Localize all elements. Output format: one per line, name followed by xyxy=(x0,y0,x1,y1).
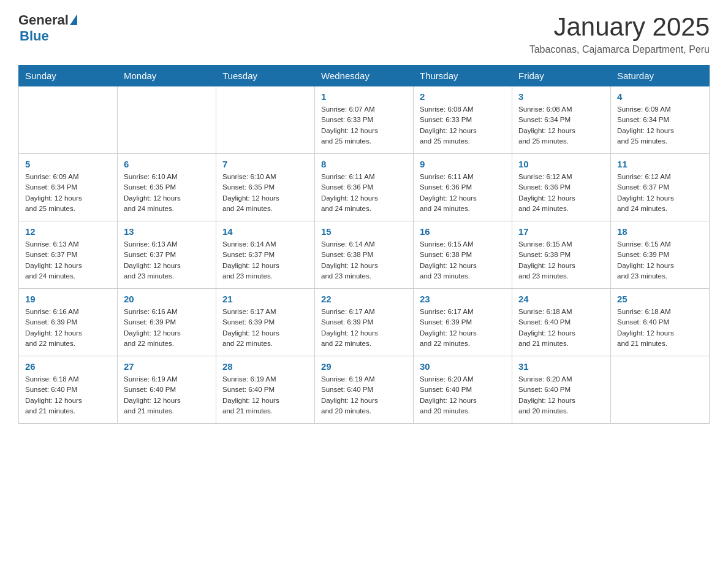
day-info: Sunrise: 6:19 AMSunset: 6:40 PMDaylight:… xyxy=(222,374,308,416)
day-info: Sunrise: 6:07 AMSunset: 6:33 PMDaylight:… xyxy=(321,104,407,147)
calendar-cell: 14Sunrise: 6:14 AMSunset: 6:37 PMDayligh… xyxy=(216,221,315,289)
calendar-cell: 25Sunrise: 6:18 AMSunset: 6:40 PMDayligh… xyxy=(611,289,710,356)
calendar-cell: 9Sunrise: 6:11 AMSunset: 6:36 PMDaylight… xyxy=(414,154,512,221)
day-info: Sunrise: 6:18 AMSunset: 6:40 PMDaylight:… xyxy=(617,307,703,349)
logo-general-text: General xyxy=(18,12,69,28)
day-number: 20 xyxy=(124,294,210,304)
day-info: Sunrise: 6:11 AMSunset: 6:36 PMDaylight:… xyxy=(420,172,506,214)
calendar-cell: 29Sunrise: 6:19 AMSunset: 6:40 PMDayligh… xyxy=(315,356,414,424)
calendar-subtitle: Tabaconas, Cajamarca Department, Peru xyxy=(529,44,710,55)
day-number: 1 xyxy=(321,91,407,102)
day-info: Sunrise: 6:10 AMSunset: 6:35 PMDaylight:… xyxy=(124,172,210,214)
calendar-cell: 21Sunrise: 6:17 AMSunset: 6:39 PMDayligh… xyxy=(216,289,315,356)
calendar-cell: 27Sunrise: 6:19 AMSunset: 6:40 PMDayligh… xyxy=(118,356,216,424)
day-of-week-header: Sunday xyxy=(19,66,118,86)
day-info: Sunrise: 6:18 AMSunset: 6:40 PMDaylight:… xyxy=(25,374,111,416)
day-info: Sunrise: 6:09 AMSunset: 6:34 PMDaylight:… xyxy=(617,104,703,147)
day-number: 10 xyxy=(518,159,604,169)
title-block: January 2025 Tabaconas, Cajamarca Depart… xyxy=(529,12,710,55)
logo-blue-text: Blue xyxy=(20,28,49,44)
calendar-week-row: 5Sunrise: 6:09 AMSunset: 6:34 PMDaylight… xyxy=(19,154,710,221)
calendar-cell: 8Sunrise: 6:11 AMSunset: 6:36 PMDaylight… xyxy=(315,154,414,221)
calendar-cell xyxy=(118,86,216,154)
day-info: Sunrise: 6:14 AMSunset: 6:38 PMDaylight:… xyxy=(321,239,407,282)
day-number: 25 xyxy=(617,294,703,304)
day-number: 14 xyxy=(222,226,308,237)
day-info: Sunrise: 6:17 AMSunset: 6:39 PMDaylight:… xyxy=(420,307,506,349)
day-info: Sunrise: 6:16 AMSunset: 6:39 PMDaylight:… xyxy=(25,307,111,349)
calendar-cell xyxy=(216,86,315,154)
logo-triangle-icon xyxy=(70,14,77,25)
day-number: 24 xyxy=(518,294,604,304)
calendar-week-row: 26Sunrise: 6:18 AMSunset: 6:40 PMDayligh… xyxy=(19,356,710,424)
day-number: 29 xyxy=(321,361,407,372)
day-info: Sunrise: 6:15 AMSunset: 6:38 PMDaylight:… xyxy=(420,239,506,282)
day-number: 7 xyxy=(222,159,308,169)
logo: General Blue xyxy=(18,12,77,44)
day-info: Sunrise: 6:12 AMSunset: 6:37 PMDaylight:… xyxy=(617,172,703,214)
calendar-cell xyxy=(611,356,710,424)
day-number: 16 xyxy=(420,226,506,237)
day-of-week-header: Monday xyxy=(118,66,216,86)
day-info: Sunrise: 6:17 AMSunset: 6:39 PMDaylight:… xyxy=(321,307,407,349)
calendar-cell: 17Sunrise: 6:15 AMSunset: 6:38 PMDayligh… xyxy=(512,221,611,289)
calendar-cell: 10Sunrise: 6:12 AMSunset: 6:36 PMDayligh… xyxy=(512,154,611,221)
day-info: Sunrise: 6:08 AMSunset: 6:34 PMDaylight:… xyxy=(518,104,604,147)
calendar-week-row: 19Sunrise: 6:16 AMSunset: 6:39 PMDayligh… xyxy=(19,289,710,356)
calendar-cell: 4Sunrise: 6:09 AMSunset: 6:34 PMDaylight… xyxy=(611,86,710,154)
day-number: 2 xyxy=(420,91,506,102)
day-number: 21 xyxy=(222,294,308,304)
day-info: Sunrise: 6:08 AMSunset: 6:33 PMDaylight:… xyxy=(420,104,506,147)
calendar-cell: 7Sunrise: 6:10 AMSunset: 6:35 PMDaylight… xyxy=(216,154,315,221)
day-info: Sunrise: 6:20 AMSunset: 6:40 PMDaylight:… xyxy=(518,374,604,416)
calendar-cell: 30Sunrise: 6:20 AMSunset: 6:40 PMDayligh… xyxy=(414,356,512,424)
calendar-table: SundayMondayTuesdayWednesdayThursdayFrid… xyxy=(18,65,710,424)
day-of-week-header: Friday xyxy=(512,66,611,86)
day-number: 18 xyxy=(617,226,703,237)
calendar-cell: 26Sunrise: 6:18 AMSunset: 6:40 PMDayligh… xyxy=(19,356,118,424)
day-info: Sunrise: 6:19 AMSunset: 6:40 PMDaylight:… xyxy=(124,374,210,416)
day-info: Sunrise: 6:15 AMSunset: 6:38 PMDaylight:… xyxy=(518,239,604,282)
day-number: 5 xyxy=(25,159,111,169)
calendar-cell: 2Sunrise: 6:08 AMSunset: 6:33 PMDaylight… xyxy=(414,86,512,154)
day-number: 17 xyxy=(518,226,604,237)
calendar-cell: 13Sunrise: 6:13 AMSunset: 6:37 PMDayligh… xyxy=(118,221,216,289)
day-number: 27 xyxy=(124,361,210,372)
day-number: 12 xyxy=(25,226,111,237)
calendar-cell: 3Sunrise: 6:08 AMSunset: 6:34 PMDaylight… xyxy=(512,86,611,154)
day-number: 3 xyxy=(518,91,604,102)
day-of-week-header: Wednesday xyxy=(315,66,414,86)
day-of-week-header: Saturday xyxy=(611,66,710,86)
calendar-header: SundayMondayTuesdayWednesdayThursdayFrid… xyxy=(19,66,710,86)
day-number: 6 xyxy=(124,159,210,169)
calendar-week-row: 1Sunrise: 6:07 AMSunset: 6:33 PMDaylight… xyxy=(19,86,710,154)
day-number: 15 xyxy=(321,226,407,237)
day-number: 31 xyxy=(518,361,604,372)
calendar-cell: 5Sunrise: 6:09 AMSunset: 6:34 PMDaylight… xyxy=(19,154,118,221)
day-number: 26 xyxy=(25,361,111,372)
day-number: 22 xyxy=(321,294,407,304)
calendar-cell: 20Sunrise: 6:16 AMSunset: 6:39 PMDayligh… xyxy=(118,289,216,356)
day-number: 4 xyxy=(617,91,703,102)
calendar-body: 1Sunrise: 6:07 AMSunset: 6:33 PMDaylight… xyxy=(19,86,710,424)
day-info: Sunrise: 6:15 AMSunset: 6:39 PMDaylight:… xyxy=(617,239,703,282)
day-info: Sunrise: 6:13 AMSunset: 6:37 PMDaylight:… xyxy=(25,239,111,282)
day-of-week-header: Thursday xyxy=(414,66,512,86)
day-info: Sunrise: 6:12 AMSunset: 6:36 PMDaylight:… xyxy=(518,172,604,214)
calendar-cell: 11Sunrise: 6:12 AMSunset: 6:37 PMDayligh… xyxy=(611,154,710,221)
day-number: 8 xyxy=(321,159,407,169)
day-number: 9 xyxy=(420,159,506,169)
day-info: Sunrise: 6:14 AMSunset: 6:37 PMDaylight:… xyxy=(222,239,308,282)
calendar-cell: 31Sunrise: 6:20 AMSunset: 6:40 PMDayligh… xyxy=(512,356,611,424)
day-info: Sunrise: 6:09 AMSunset: 6:34 PMDaylight:… xyxy=(25,172,111,214)
day-number: 23 xyxy=(420,294,506,304)
calendar-cell: 18Sunrise: 6:15 AMSunset: 6:39 PMDayligh… xyxy=(611,221,710,289)
day-info: Sunrise: 6:11 AMSunset: 6:36 PMDaylight:… xyxy=(321,172,407,214)
day-number: 11 xyxy=(617,159,703,169)
calendar-cell: 22Sunrise: 6:17 AMSunset: 6:39 PMDayligh… xyxy=(315,289,414,356)
calendar-cell: 15Sunrise: 6:14 AMSunset: 6:38 PMDayligh… xyxy=(315,221,414,289)
day-number: 28 xyxy=(222,361,308,372)
calendar-cell: 1Sunrise: 6:07 AMSunset: 6:33 PMDaylight… xyxy=(315,86,414,154)
day-info: Sunrise: 6:18 AMSunset: 6:40 PMDaylight:… xyxy=(518,307,604,349)
day-info: Sunrise: 6:19 AMSunset: 6:40 PMDaylight:… xyxy=(321,374,407,416)
